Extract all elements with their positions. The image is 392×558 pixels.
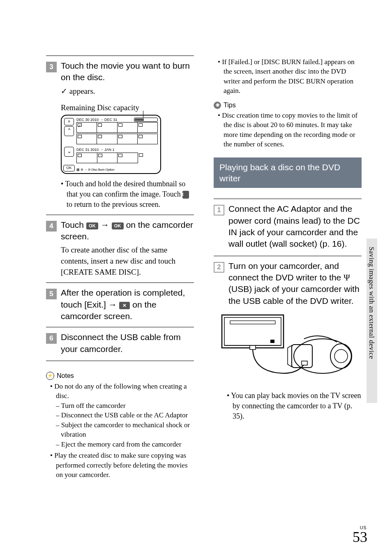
step-4-body: To create another disc of the same conte… <box>61 245 194 278</box>
check-icon: ✓ <box>61 87 67 95</box>
step-5-number: 5 <box>46 289 57 299</box>
thumb-row-3 <box>76 153 158 163</box>
thumb-row-1 <box>76 122 158 133</box>
step-6-number: 6 <box>46 333 57 344</box>
step-4-heading: Touch OK → OK on the camcorder screen. <box>61 219 194 243</box>
camcorder-figure <box>218 311 353 385</box>
svg-rect-2 <box>230 321 275 324</box>
step-6-heading: Disconnect the USB cable from your camco… <box>61 331 194 355</box>
usb-trident-icon: Ψ <box>344 273 350 282</box>
scroll-up-icon: ⌃ <box>64 126 74 136</box>
capacity-bar <box>134 118 158 122</box>
svg-rect-9 <box>250 345 256 350</box>
svg-point-7 <box>334 350 348 363</box>
notes-icon: ⚡ <box>46 372 54 380</box>
tips-heading: ❀ Tips <box>214 102 362 109</box>
notes-item: Do not do any of the following when crea… <box>46 382 194 401</box>
x-badge-icon: ✕ <box>182 191 189 199</box>
right-step-1: Connect the AC Adaptor and the power cor… <box>228 203 362 250</box>
notes-dash: – Eject the memory card from the camcord… <box>46 440 194 449</box>
notes-dash: – Turn off the camcorder <box>46 401 194 410</box>
svg-rect-10 <box>302 361 307 365</box>
svg-point-6 <box>330 344 352 368</box>
ok-badge-icon: OK <box>86 222 98 229</box>
step-3-number: 3 <box>46 62 57 72</box>
arrow-icon: → <box>101 220 109 229</box>
page-number: 53 <box>353 528 367 546</box>
date-range-1: DEC 30 2010 → DEC 31 <box>76 118 118 122</box>
figure-bullet: You can play back movies on the TV scree… <box>214 391 362 421</box>
notes-dash: – Subject the camcorder to mechanical sh… <box>46 420 194 440</box>
disc-burn-option-label: ▦ ⊜ → ⊘ Disc Burn Option <box>76 168 114 171</box>
scroll-down-icon: ⌄ <box>64 147 74 157</box>
thumb-row-2 <box>76 134 158 144</box>
step-1-number: 1 <box>214 205 224 215</box>
camcorder-screenshot: × ⌃ ⌄ OK DEC 30 2010 → DEC 31 ✓ <box>61 115 161 174</box>
x-badge-icon: ✕ <box>119 302 130 309</box>
step-3-sub: ✓ appears. <box>61 86 194 97</box>
close-icon: × <box>64 118 74 125</box>
side-tab-label: Saving images with an external device <box>367 247 376 359</box>
tips-item: Disc creation time to copy movies to the… <box>214 111 362 149</box>
step-5-heading: After the operation is completed, touch … <box>61 287 194 322</box>
step-3-heading: Touch the movie you want to burn on the … <box>61 60 194 83</box>
step-3-bullet: Touch and hold the desired thumbnail so … <box>46 179 194 209</box>
notes-item: Play the created disc to make sure copyi… <box>46 451 194 479</box>
right-top-bullet: If [Failed.] or [DISC BURN failed.] appe… <box>214 57 362 96</box>
step-2-number: 2 <box>214 262 224 273</box>
right-step-2: Turn on your camcorder, and connect the … <box>228 260 362 307</box>
pointer-line <box>143 111 143 118</box>
capacity-caption: Remaining Disc capacity <box>61 103 194 112</box>
date-range-2: DEC 31 2010 → JAN 1 <box>76 148 115 152</box>
step-4-number: 4 <box>46 221 57 232</box>
notes-heading: ⚡ Notes <box>46 372 194 380</box>
ok-badge-icon: OK <box>112 222 124 229</box>
notes-dash: – Disconnect the USB cable or the AC Ada… <box>46 410 194 420</box>
section-heading: Playing back a disc on the DVD writer <box>214 157 362 188</box>
svg-rect-3 <box>270 340 274 343</box>
arrow-icon: → <box>108 300 117 309</box>
tips-icon: ❀ <box>214 102 221 109</box>
ok-softkey-icon: OK <box>63 165 75 171</box>
